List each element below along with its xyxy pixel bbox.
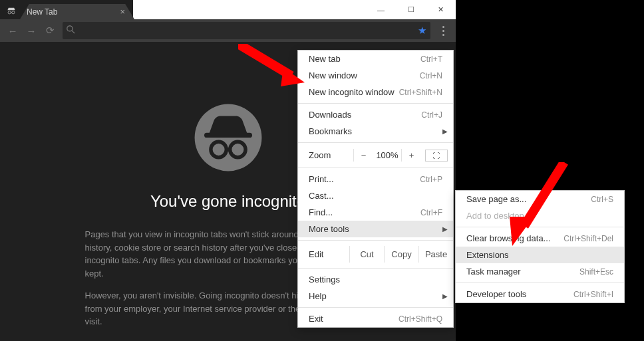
svg-rect-5 [204, 133, 252, 138]
menu-separator [298, 240, 453, 241]
menu-separator [456, 283, 624, 283]
svg-point-0 [8, 11, 11, 14]
more-menu: New tabCtrl+T New windowCtrl+N New incog… [297, 50, 454, 328]
svg-point-2 [67, 26, 73, 31]
submenu-add-desktop: Add to desktop... [456, 207, 624, 224]
submenu-save-page[interactable]: Save page as...Ctrl+S [456, 191, 624, 207]
menu-separator [298, 307, 453, 308]
menu-downloads[interactable]: DownloadsCtrl+J [298, 106, 453, 123]
menu-separator [298, 168, 453, 168]
menu-new-incognito[interactable]: New incognito windowCtrl+Shift+N [298, 84, 453, 100]
submenu-arrow-icon: ▶ [442, 128, 448, 135]
back-button[interactable]: ← [4, 22, 21, 39]
menu-separator [456, 227, 624, 227]
incognito-icon [7, 7, 16, 15]
menu-cast[interactable]: Cast... [298, 187, 453, 204]
menu-new-tab[interactable]: New tabCtrl+T [298, 51, 453, 67]
tab-title: New Tab [27, 7, 120, 17]
menu-help[interactable]: Help▶ [298, 288, 453, 304]
close-button[interactable]: ✕ [426, 0, 456, 19]
more-menu-button[interactable] [434, 22, 452, 39]
search-icon [67, 25, 75, 36]
menu-settings[interactable]: Settings [298, 271, 453, 288]
submenu-task-manager[interactable]: Task managerShift+Esc [456, 263, 624, 280]
svg-line-3 [72, 31, 75, 33]
submenu-arrow-icon: ▶ [442, 292, 448, 300]
forward-button[interactable]: → [23, 22, 40, 39]
menu-edit-row: Edit Cut Copy Paste [298, 243, 453, 265]
menu-more-tools[interactable]: More tools▶ [298, 221, 453, 237]
menu-separator [298, 142, 453, 143]
zoom-out-button[interactable]: − [353, 149, 373, 162]
address-bar[interactable]: ★ [63, 22, 430, 39]
menu-separator [298, 268, 453, 269]
tab-strip: New Tab × [0, 0, 133, 19]
zoom-label: Zoom [309, 150, 353, 160]
window-controls: — ☐ ✕ [133, 0, 456, 19]
submenu-dev-tools[interactable]: Developer toolsCtrl+Shift+I [456, 286, 624, 302]
titlebar: New Tab × — ☐ ✕ [0, 0, 456, 19]
bookmark-star-icon[interactable]: ★ [418, 25, 426, 37]
menu-separator [298, 103, 453, 104]
fullscreen-button[interactable]: ⛶ [425, 150, 448, 162]
menu-new-window[interactable]: New windowCtrl+N [298, 67, 453, 84]
svg-point-1 [12, 11, 15, 14]
cut-button[interactable]: Cut [349, 246, 384, 263]
edit-label: Edit [309, 249, 349, 259]
reload-button[interactable]: ⟳ [41, 22, 59, 39]
menu-print[interactable]: Print...Ctrl+P [298, 171, 453, 187]
menu-bookmarks[interactable]: Bookmarks▶ [298, 123, 453, 140]
zoom-value: 100% [373, 150, 401, 160]
minimize-button[interactable]: — [366, 0, 396, 19]
menu-find[interactable]: Find...Ctrl+F [298, 204, 453, 221]
tab[interactable]: New Tab × [20, 4, 134, 19]
incognito-hat-icon [192, 102, 264, 173]
paste-button[interactable]: Paste [418, 246, 453, 263]
copy-button[interactable]: Copy [384, 246, 418, 263]
submenu-extensions[interactable]: Extensions [456, 247, 624, 263]
menu-exit[interactable]: ExitCtrl+Shift+Q [298, 310, 453, 327]
maximize-button[interactable]: ☐ [396, 0, 426, 19]
submenu-arrow-icon: ▶ [442, 225, 448, 233]
zoom-in-button[interactable]: + [401, 149, 421, 162]
submenu-clear-data[interactable]: Clear browsing data...Ctrl+Shift+Del [456, 230, 624, 247]
tab-close-icon[interactable]: × [120, 7, 125, 17]
menu-zoom-row: Zoom − 100% + ⛶ [298, 146, 453, 165]
toolbar: ← → ⟳ ★ [0, 19, 456, 42]
more-tools-submenu: Save page as...Ctrl+S Add to desktop... … [455, 190, 625, 303]
